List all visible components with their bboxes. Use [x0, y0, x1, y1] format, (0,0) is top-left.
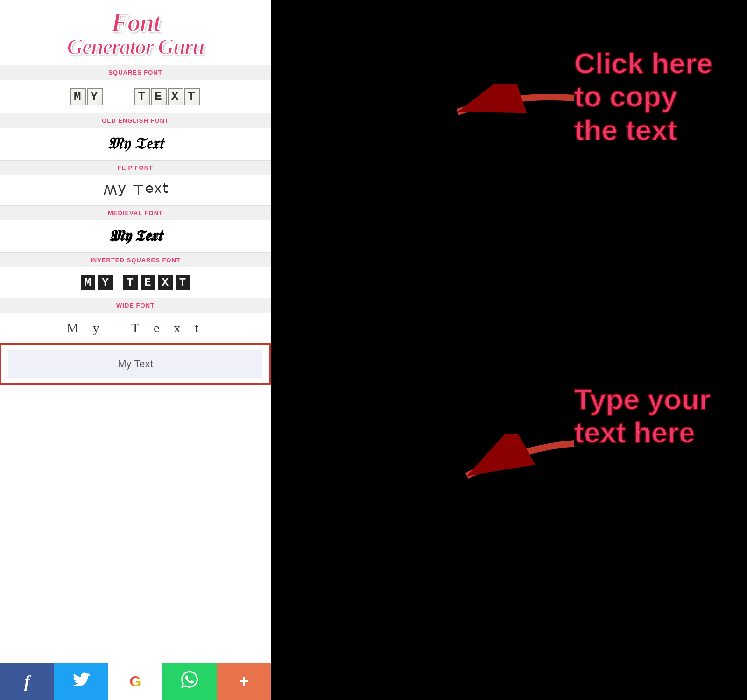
whatsapp-button[interactable]: [162, 663, 217, 700]
squares-display[interactable]: MY TEXT: [0, 80, 271, 113]
type-annotation-text: Type your text here: [574, 383, 711, 449]
logo: Font Generator Guru: [14, 9, 257, 58]
whatsapp-icon: [181, 671, 198, 692]
type-annotation: Type your text here: [574, 383, 711, 449]
squares-text: MY TEXT: [70, 87, 201, 106]
isq-e: E: [141, 275, 155, 290]
click-annotation-text: Click here to copy the text: [574, 47, 712, 147]
click-arrow-svg: [444, 84, 584, 140]
isq-y: Y: [98, 275, 113, 290]
flip-text: ʇxǝ⊥ ʎW: [103, 182, 168, 198]
isq-x: X: [158, 275, 172, 290]
inverted-squares-display[interactable]: M Y T E X T: [0, 267, 271, 298]
sq-x: X: [168, 88, 184, 105]
logo-line2: Generator Guru: [14, 35, 257, 58]
inverted-squares-section: INVERTED SQUARES FONT M Y T E X T: [0, 253, 271, 298]
sq-t: T: [134, 88, 150, 105]
type-arrow-svg: [453, 434, 584, 490]
logo-area: Font Generator Guru: [0, 0, 271, 65]
facebook-button[interactable]: f: [0, 663, 54, 700]
right-panel: Click here to copy the text Type your te…: [271, 0, 747, 700]
google-icon: G: [130, 673, 141, 690]
wide-label: WIDE FONT: [0, 298, 271, 313]
more-icon: +: [239, 672, 248, 691]
text-input[interactable]: [8, 350, 262, 378]
medieval-label: MEDIEVAL FONT: [0, 206, 271, 220]
old-english-label: OLD ENGLISH FONT: [0, 113, 271, 128]
click-line1: Click here: [574, 47, 712, 79]
isq-t: T: [123, 275, 138, 290]
inverted-squares-text: M Y T E X T: [80, 274, 190, 291]
medieval-text: 𝕸𝖞 𝕿𝖊𝖝𝖙: [109, 227, 162, 245]
medieval-display[interactable]: 𝕸𝖞 𝕿𝖊𝖝𝖙: [0, 220, 271, 252]
click-line3: the text: [574, 114, 677, 146]
sq-m: M: [70, 88, 86, 105]
wide-text: M y T e x t: [67, 321, 204, 336]
squares-section: SQUARES FONT MY TEXT: [0, 65, 271, 113]
old-english-section: OLD ENGLISH FONT 𝔐𝔶 𝔗𝔢𝔵𝔱: [0, 113, 271, 161]
twitter-icon: [73, 672, 90, 690]
click-annotation: Click here to copy the text: [574, 47, 712, 147]
sq-t2: T: [184, 88, 200, 105]
flip-section: FLIP FONT ʇxǝ⊥ ʎW: [0, 161, 271, 206]
twitter-button[interactable]: [54, 663, 108, 700]
google-button[interactable]: G: [108, 663, 162, 700]
social-bar: f G +: [0, 663, 271, 700]
left-panel: Font Generator Guru SQUARES FONT MY TEXT…: [0, 0, 271, 700]
more-button[interactable]: +: [217, 663, 271, 700]
sq-y: Y: [87, 88, 103, 105]
click-line2: to copy: [574, 80, 677, 112]
facebook-icon: f: [24, 672, 30, 691]
flip-display[interactable]: ʇxǝ⊥ ʎW: [0, 175, 271, 205]
inverted-squares-label: INVERTED SQUARES FONT: [0, 253, 271, 267]
isq-t2: T: [176, 275, 190, 290]
type-line2: text here: [574, 416, 695, 448]
input-section: [0, 343, 271, 385]
old-english-display[interactable]: 𝔐𝔶 𝔗𝔢𝔵𝔱: [0, 128, 271, 160]
squares-label: SQUARES FONT: [0, 65, 271, 80]
type-line1: Type your: [574, 383, 711, 415]
isq-m: M: [81, 275, 95, 290]
old-english-text: 𝔐𝔶 𝔗𝔢𝔵𝔱: [108, 135, 163, 153]
wide-display[interactable]: M y T e x t: [0, 313, 271, 343]
sq-e: E: [151, 88, 167, 105]
medieval-section: MEDIEVAL FONT 𝕸𝖞 𝕿𝖊𝖝𝖙: [0, 206, 271, 253]
logo-line1: Font: [14, 9, 257, 35]
wide-section: WIDE FONT M y T e x t: [0, 298, 271, 343]
flip-label: FLIP FONT: [0, 161, 271, 175]
